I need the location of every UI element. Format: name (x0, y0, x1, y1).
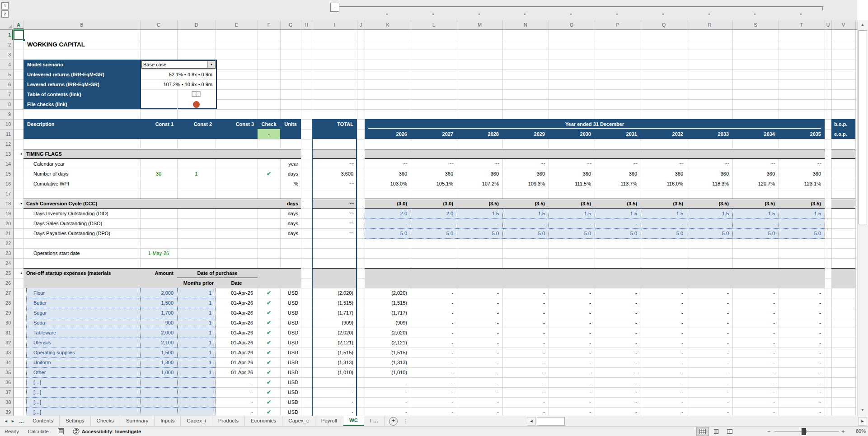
cell-M16[interactable]: 107.2% (457, 179, 502, 189)
cell-P14[interactable]: ~~ (595, 159, 641, 169)
header-year-2031[interactable]: 2031 (595, 129, 641, 139)
column-header-U[interactable]: U (825, 20, 831, 29)
row-header-11[interactable]: 11 (0, 129, 13, 139)
cell-Q35[interactable]: - (641, 367, 687, 377)
cell-Q16[interactable]: 116.0% (641, 179, 687, 189)
cell-D30[interactable]: 1 (177, 318, 216, 328)
cell-S30[interactable]: - (732, 318, 779, 328)
cell-L32[interactable]: - (411, 338, 457, 348)
row-header-16[interactable]: 16 (0, 179, 13, 189)
cell-L18[interactable]: (3.0) (411, 199, 457, 209)
cell-R31[interactable]: - (687, 328, 732, 338)
cell-R35[interactable]: - (687, 367, 732, 377)
cell-I19[interactable]: ~~ (312, 209, 357, 218)
cell-T30[interactable]: - (779, 318, 825, 328)
scroll-up-button[interactable]: ▲ (857, 20, 868, 29)
header-year-2035[interactable]: 2035 (779, 129, 825, 139)
expense-name-r39[interactable]: […] (33, 407, 136, 416)
global-check-cell[interactable]: - (258, 129, 280, 139)
cell-Q31[interactable]: - (641, 328, 687, 338)
cell-M21[interactable]: 5.0 (457, 228, 502, 238)
row-header-1[interactable]: 1 (0, 30, 13, 40)
row-header-31[interactable]: 31 (0, 328, 13, 338)
sheet-tab-checks[interactable]: Checks (91, 416, 120, 426)
cell-D31[interactable]: 1 (177, 328, 216, 338)
cell-M18[interactable]: (3.5) (457, 199, 502, 209)
selection-fill-handle[interactable] (23, 39, 25, 42)
sheet-tab-wc[interactable]: WC (343, 416, 364, 426)
expense-name-r38[interactable]: […] (33, 397, 136, 407)
cell-P27[interactable]: - (595, 288, 641, 298)
row-header-25[interactable]: 25 (0, 268, 13, 278)
cell-C31[interactable]: 2,000 (140, 328, 177, 338)
cell-I33[interactable]: (1,515) (312, 348, 357, 357)
cell-O31[interactable]: - (549, 328, 595, 338)
cell-T15[interactable]: 360 (779, 169, 825, 179)
row-header-34[interactable]: 34 (0, 357, 13, 367)
row-header-24[interactable]: 24 (0, 258, 13, 268)
cell-R38[interactable]: - (687, 397, 732, 407)
cell-P35[interactable]: - (595, 367, 641, 377)
cell-S39[interactable]: - (732, 407, 779, 416)
row-header-13[interactable]: 13 (0, 149, 13, 159)
cell-C30[interactable]: 900 (140, 318, 177, 328)
cell-N16[interactable]: 109.3% (502, 179, 549, 189)
cell-Q30[interactable]: - (641, 318, 687, 328)
tab-hscroll-right-button[interactable]: ► (858, 417, 867, 426)
cell-P16[interactable]: 113.7% (595, 179, 641, 189)
cell-S32[interactable]: - (732, 338, 779, 348)
tab-hscroll-thumb[interactable] (537, 417, 565, 426)
cell-T18[interactable]: (3.5) (779, 199, 825, 209)
cell-Q15[interactable]: 360 (641, 169, 687, 179)
cell-T33[interactable]: - (779, 348, 825, 357)
cell-M29[interactable]: - (457, 308, 502, 318)
cell-K28[interactable]: (1,515) (365, 298, 411, 308)
column-header-C[interactable]: C (140, 20, 177, 29)
cell-K30[interactable]: (909) (365, 318, 411, 328)
cell-Q18[interactable]: (3.5) (641, 199, 687, 209)
page-break-view-button[interactable] (723, 427, 736, 436)
cell-T29[interactable]: - (779, 308, 825, 318)
cell-S37[interactable]: - (732, 387, 779, 397)
cell-D33[interactable]: 1 (177, 348, 216, 357)
cell-O29[interactable]: - (549, 308, 595, 318)
row-header-37[interactable]: 37 (0, 387, 13, 397)
cell-O38[interactable]: - (549, 397, 595, 407)
column-header-I[interactable]: I (312, 20, 357, 29)
cell-T32[interactable]: - (779, 338, 825, 348)
dropdown-arrow-icon[interactable]: ▼ (207, 61, 215, 68)
cell-L21[interactable]: 5.0 (411, 228, 457, 238)
header-year-2027[interactable]: 2027 (411, 129, 457, 139)
column-header-O[interactable]: O (549, 20, 595, 29)
cell-I34[interactable]: (1,313) (312, 357, 357, 367)
expense-name-r33[interactable]: Operating supplies (33, 348, 136, 357)
outline-level-2-button[interactable]: 2 (1, 10, 9, 18)
cell-Q38[interactable]: - (641, 397, 687, 407)
row-header-12[interactable]: 12 (0, 139, 13, 149)
accessibility-status[interactable]: Accessibility: Investigate (73, 428, 141, 435)
cell-C34[interactable]: 1,300 (140, 357, 177, 367)
cell-L28[interactable]: - (411, 298, 457, 308)
cell-L38[interactable]: - (411, 397, 457, 407)
sheet-tab-summary[interactable]: Summary (120, 416, 155, 426)
row-header-10[interactable]: 10 (0, 119, 13, 129)
expense-name-r32[interactable]: Utensils (33, 338, 136, 348)
cell-I15[interactable]: 3,600 (312, 169, 357, 179)
cell-N29[interactable]: - (502, 308, 549, 318)
cell-P28[interactable]: - (595, 298, 641, 308)
cell-I14[interactable]: ~~ (312, 159, 357, 169)
cell-P33[interactable]: - (595, 348, 641, 357)
cell-R19[interactable]: 1.5 (687, 209, 732, 218)
cell-K34[interactable]: (1,313) (365, 357, 411, 367)
cell-Q36[interactable]: - (641, 377, 687, 387)
cell-P29[interactable]: - (595, 308, 641, 318)
row-header-21[interactable]: 21 (0, 228, 13, 238)
expense-name-r37[interactable]: […] (33, 387, 136, 397)
cell-M35[interactable]: - (457, 367, 502, 377)
cell-N36[interactable]: - (502, 377, 549, 387)
cell-P20[interactable]: - (595, 218, 641, 228)
zoom-in-button[interactable]: + (841, 427, 845, 436)
cell-S18[interactable]: (3.5) (732, 199, 779, 209)
cell-R16[interactable]: 118.3% (687, 179, 732, 189)
cell-S19[interactable]: 1.5 (732, 209, 779, 218)
